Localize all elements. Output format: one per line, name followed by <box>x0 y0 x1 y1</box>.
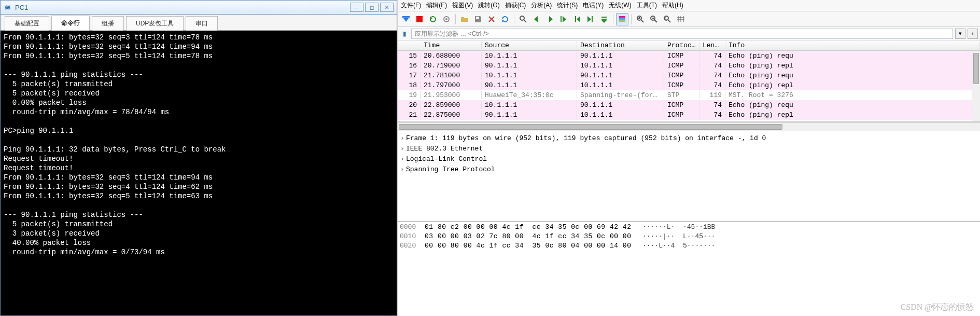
tabbar: 基础配置命令行组播UDP发包工具串口 <box>0 15 397 30</box>
close-button[interactable]: ✕ <box>380 3 394 12</box>
packet-row[interactable]: 2022.85900010.1.1.190.1.1.1ICMP74Echo (p… <box>398 100 980 110</box>
display-filter-input[interactable] <box>411 29 953 39</box>
filter-dropdown-button[interactable]: ▾ <box>955 29 965 39</box>
menu-item[interactable]: 无线(W) <box>609 1 631 10</box>
packet-row[interactable]: 1921.953000HuaweiTe_34:35:0cSpanning-tre… <box>398 90 980 100</box>
find-icon[interactable] <box>517 13 529 25</box>
hex-row[interactable]: 000001 80 c2 00 00 00 4c 1f cc 34 35 0c … <box>400 223 978 232</box>
detail-line[interactable]: ›IEEE 802.3 Ethernet <box>399 143 979 154</box>
menu-item[interactable]: 电话(Y) <box>583 1 604 10</box>
open-file-icon[interactable] <box>458 13 471 25</box>
menu-item[interactable]: 跳转(G) <box>478 1 499 10</box>
svg-text:1: 1 <box>665 17 667 20</box>
zoom-in-icon[interactable] <box>634 13 647 25</box>
restart-capture-icon[interactable] <box>427 13 439 25</box>
menu-item[interactable]: 编辑(E) <box>426 1 447 10</box>
start-capture-icon[interactable] <box>400 13 412 25</box>
filter-bar: ▮ ▾ + <box>398 27 980 40</box>
terminal[interactable]: From 90.1.1.1: bytes=32 seq=3 ttl=124 ti… <box>0 30 397 316</box>
tab-0[interactable]: 基础配置 <box>5 16 49 31</box>
toolbar: 1 <box>398 11 980 27</box>
svg-point-2 <box>445 18 447 20</box>
close-file-icon[interactable] <box>485 13 498 25</box>
packet-row[interactable]: 1821.79700090.1.1.110.1.1.1ICMP74Echo (p… <box>398 80 980 90</box>
zoom-out-icon[interactable] <box>648 13 660 25</box>
expand-icon[interactable]: › <box>399 145 406 153</box>
auto-scroll-icon[interactable] <box>598 13 610 25</box>
expand-icon[interactable]: › <box>399 134 406 142</box>
menubar: 文件(F)编辑(E)视图(V)跳转(G)捕获(C)分析(A)统计(S)电话(Y)… <box>398 0 980 11</box>
horizontal-scrollbar[interactable] <box>398 122 980 131</box>
packet-row[interactable]: 1620.71900090.1.1.110.1.1.1ICMP74Echo (p… <box>398 61 980 71</box>
detail-line[interactable]: ›Frame 1: 119 bytes on wire (952 bits), … <box>399 133 979 143</box>
capture-options-icon[interactable] <box>440 13 453 25</box>
detail-line[interactable]: ›Logical-Link Control <box>399 154 979 164</box>
go-last-icon[interactable] <box>584 13 597 25</box>
tab-4[interactable]: 串口 <box>186 16 218 31</box>
filter-add-button[interactable]: + <box>968 29 978 39</box>
titlebar: ≋ PC1 — ◻ ✕ <box>0 0 397 15</box>
go-back-icon[interactable] <box>530 13 543 25</box>
menu-item[interactable]: 捕获(C) <box>505 1 526 10</box>
vertical-scrollbar[interactable] <box>972 51 980 121</box>
menu-item[interactable]: 帮助(H) <box>662 1 683 10</box>
svg-rect-8 <box>619 20 625 22</box>
minimize-button[interactable]: — <box>350 3 363 12</box>
go-first-icon[interactable] <box>571 13 583 25</box>
packet-row[interactable]: 2122.87500090.1.1.110.1.1.1ICMP74Echo (p… <box>398 110 980 120</box>
expand-icon[interactable]: › <box>399 155 406 163</box>
hex-row[interactable]: 001003 00 00 03 02 7c 80 00 4c 1f cc 34 … <box>400 232 978 242</box>
svg-rect-3 <box>476 17 479 19</box>
reload-icon[interactable] <box>499 13 511 25</box>
svg-rect-5 <box>561 16 562 22</box>
menu-item[interactable]: 工具(T) <box>637 1 657 10</box>
go-forward-icon[interactable] <box>544 13 556 25</box>
tab-2[interactable]: 组播 <box>92 16 124 31</box>
menu-item[interactable]: 文件(F) <box>401 1 421 10</box>
packet-bytes[interactable]: 000001 80 c2 00 00 00 4c 1f cc 34 35 0c … <box>398 222 980 316</box>
watermark: CSDN @怀恋的愤怒 <box>901 302 974 313</box>
colorize-icon[interactable] <box>616 13 628 25</box>
svg-rect-7 <box>619 18 625 20</box>
svg-point-4 <box>520 16 524 20</box>
stop-capture-icon[interactable] <box>413 13 426 25</box>
packet-row[interactable]: 1721.78100010.1.1.190.1.1.1ICMP74Echo (p… <box>398 71 980 80</box>
expand-icon[interactable]: › <box>399 166 406 173</box>
jump-packet-icon[interactable] <box>557 13 570 25</box>
tab-1[interactable]: 命令行 <box>51 16 90 31</box>
svg-rect-0 <box>416 16 423 22</box>
svg-rect-6 <box>619 16 625 18</box>
zoom-reset-icon[interactable]: 1 <box>661 13 674 25</box>
menu-item[interactable]: 视图(V) <box>452 1 473 10</box>
bookmark-icon[interactable]: ▮ <box>400 29 409 38</box>
save-file-icon[interactable] <box>472 13 484 25</box>
window-title: PC1 <box>15 4 28 11</box>
maximize-button[interactable]: ◻ <box>365 3 379 12</box>
tab-3[interactable]: UDP发包工具 <box>126 16 184 31</box>
packet-list-header: Time Source Destination Protocol Length … <box>398 40 980 51</box>
packet-row[interactable]: 1520.68800010.1.1.190.1.1.1ICMP74Echo (p… <box>398 51 980 61</box>
hex-row[interactable]: 002000 00 80 00 4c 1f cc 34 35 0c 80 04 … <box>400 242 978 251</box>
resize-columns-icon[interactable] <box>675 13 687 25</box>
packet-list[interactable]: Time Source Destination Protocol Length … <box>398 40 980 122</box>
packet-details[interactable]: ›Frame 1: 119 bytes on wire (952 bits), … <box>398 131 980 222</box>
menu-item[interactable]: 分析(A) <box>531 1 552 10</box>
menu-item[interactable]: 统计(S) <box>557 1 578 10</box>
app-icon: ≋ <box>4 3 12 11</box>
detail-line[interactable]: ›Spanning Tree Protocol <box>399 164 979 174</box>
